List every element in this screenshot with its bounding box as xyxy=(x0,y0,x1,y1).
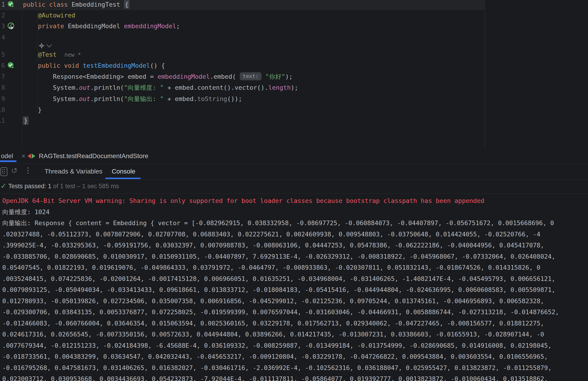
console-output-line: 0.05407545, 0.01822193, 0.019619076, -0.… xyxy=(2,262,540,273)
run-tab-label: odel xyxy=(0,152,13,160)
tests-passed-count: Tests passed: 1 xyxy=(8,183,51,190)
console-output-line: -0.033885706, 0.028690685, 0.010030917, … xyxy=(2,251,555,262)
code-line: public class EmbeddingTest { xyxy=(23,0,129,10)
undo-icon[interactable]: ↺ xyxy=(11,166,18,175)
code-token: EmbeddingModel xyxy=(68,22,124,30)
code-token: embeddingModel xyxy=(157,73,210,80)
gutter-line-number: 2 xyxy=(0,10,5,21)
code-token: out xyxy=(79,84,90,91)
code-token xyxy=(23,84,53,91)
code-token xyxy=(23,22,38,30)
tab-threads-variables[interactable]: Threads & Variables xyxy=(45,164,103,179)
console-output-line: -0.016795268, 0.047581673, 0.031406265, … xyxy=(2,362,552,373)
code-line: @Autowired xyxy=(23,10,75,21)
gutter-line-number: 6 xyxy=(0,60,5,71)
gutter-line-number: 11 xyxy=(0,115,5,126)
run-tab-label: RAGTest.testReadDocumentAndStore xyxy=(39,152,148,160)
code-token: public void xyxy=(38,62,83,69)
code-token: "你好" xyxy=(265,73,285,80)
active-tab-underline xyxy=(105,178,141,179)
code-token: embeddingModel xyxy=(124,22,176,30)
console-error-line: OpenJDK 64-Bit Server VM warning: Sharin… xyxy=(2,195,484,206)
gutter-line-number: 9 xyxy=(0,94,5,104)
test-passed-run-icon[interactable] xyxy=(7,0,15,9)
ai-sparkle-icon xyxy=(38,42,45,49)
run-tool-tabbar: odel × RAGTest.testReadDocumentAndStore xyxy=(0,149,588,164)
code-line: Response<Embedding> embed = embeddingMod… xyxy=(23,71,293,82)
code-token: out xyxy=(79,95,90,102)
console-output-line: -0.012466083, -0.060766004, 0.03646354, … xyxy=(2,318,544,329)
gutter-separator xyxy=(22,0,22,149)
console-output-line: .0077679344, -0.012151233, -0.024184398,… xyxy=(2,340,552,351)
active-tab-underline xyxy=(0,160,17,162)
console-output-line: 0.024617316, 0.02656545, -0.0073350156, … xyxy=(2,329,544,340)
code-line: @Testnew * xyxy=(23,49,81,60)
kebab-menu-icon[interactable]: ⋮ xyxy=(24,166,32,175)
console-output[interactable]: OpenJDK 64-Bit Server VM warning: Sharin… xyxy=(0,193,588,381)
test-status-bar: ✓ Tests passed: 1 of 1 test – 1 sec 585 … xyxy=(0,179,588,193)
code-editor[interactable]: 1234567891011 public class EmbeddingTest… xyxy=(0,0,588,149)
gutter-line-number: 8 xyxy=(0,82,5,93)
code-token: "向量输出: " xyxy=(124,95,164,102)
console-output-line: -0.029300706, 0.03843135, 0.0053376877, … xyxy=(2,307,559,318)
code-token xyxy=(23,95,53,102)
code-token: System. xyxy=(53,95,79,102)
console-output-line: 0.012780933, -0.050139826, 0.027234506, … xyxy=(2,296,544,307)
code-token: () { xyxy=(150,62,165,69)
code-token xyxy=(262,73,265,80)
code-token xyxy=(23,12,38,19)
code-token: + embed. xyxy=(164,95,197,102)
code-token: EmbeddingTest xyxy=(71,1,124,8)
console-output-line: .3999025E-4, -0.033295363, -0.059191756,… xyxy=(2,240,544,251)
console-output-line: 向量输出: Response { content = Embedding { v… xyxy=(2,218,554,229)
code-token: ); xyxy=(291,84,298,91)
code-token xyxy=(23,62,38,69)
code-token: length xyxy=(268,84,291,91)
code-token: @Test xyxy=(38,51,57,58)
code-token: .println( xyxy=(90,84,124,91)
code-line: public void testEmbeddingModel() { xyxy=(23,60,165,71)
chevron-down-icon xyxy=(47,42,52,48)
code-token xyxy=(23,51,38,58)
parameter-hint-pill: text: xyxy=(240,72,262,80)
console-output-line: -0.018733561, 0.004383299, 0.03634547, 0… xyxy=(2,351,548,362)
code-token: private xyxy=(38,22,68,30)
code-line: private EmbeddingModel embeddingModel; xyxy=(23,21,180,32)
code-token: + embed.content().vector(). xyxy=(164,84,268,91)
code-line: } xyxy=(23,115,28,126)
code-token: ; xyxy=(176,22,180,30)
code-token: } xyxy=(23,106,42,113)
spring-bean-icon[interactable] xyxy=(7,22,15,30)
tests-passed-detail: of 1 test – 1 sec 585 ms xyxy=(51,183,119,190)
code-token: System. xyxy=(53,84,79,91)
close-icon[interactable]: × xyxy=(21,153,25,159)
console-output-line: .0035248415, 0.074225836, -0.02001264, -… xyxy=(2,273,555,284)
tab-console[interactable]: Console xyxy=(112,164,135,179)
evaluate-expression-icon[interactable] xyxy=(0,167,7,176)
gutter-line-number: 3 xyxy=(0,21,5,32)
code-line: System.out.println("向量输出: " + embed.toSt… xyxy=(23,94,242,104)
gutter-line-number: 5 xyxy=(0,49,5,60)
test-status-text: Tests passed: 1 of 1 test – 1 sec 585 ms xyxy=(8,179,119,193)
ai-assistant-inlay[interactable] xyxy=(38,41,57,50)
code-token: testEmbeddingModel xyxy=(83,62,150,69)
rerun-tests-icon xyxy=(28,153,35,159)
code-token: @Autowired xyxy=(38,12,75,19)
code-line: System.out.println("向量维度: " + embed.cont… xyxy=(23,82,298,93)
code-token: ()); xyxy=(227,95,242,102)
code-token: public class xyxy=(23,1,71,8)
code-token xyxy=(23,73,53,80)
code-token: ); xyxy=(285,73,293,80)
code-token: } xyxy=(23,116,28,125)
code-token: new * xyxy=(64,52,81,58)
code-token: .println( xyxy=(90,95,124,102)
right-margin-guide xyxy=(484,0,485,149)
gutter-line-number: 4 xyxy=(0,32,5,43)
debugger-toolbar: ↺ ⋮ Threads & Variables Console xyxy=(0,164,588,179)
run-tab-ragtest[interactable]: RAGTest.testReadDocumentAndStore xyxy=(28,149,148,163)
console-output-line: 向量维度: 1024 xyxy=(2,207,50,218)
console-output-line: .020327488, -0.05112373, 0.0078072906, 0… xyxy=(2,229,540,240)
check-icon: ✓ xyxy=(0,179,7,193)
intellij-idea-window: { "colors": { "background": "#1a1b1e", "… xyxy=(0,0,588,381)
test-passed-run-icon[interactable] xyxy=(7,61,15,70)
